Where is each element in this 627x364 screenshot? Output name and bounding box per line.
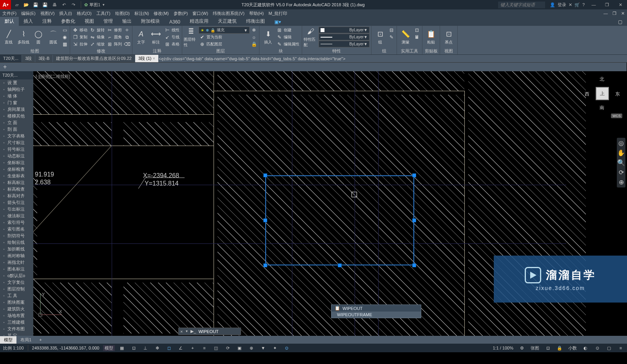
sb-scale[interactable]: 比例 1:100: [2, 345, 25, 351]
signin-label[interactable]: 登录: [558, 2, 566, 8]
text-button[interactable]: A文字: [134, 27, 148, 48]
grip-br[interactable]: [412, 263, 416, 267]
sb-annoscale[interactable]: 1:1 / 100%: [491, 346, 515, 350]
measure-button[interactable]: 📏测量: [399, 27, 413, 48]
otrack-icon[interactable]: ∠: [178, 345, 184, 351]
groupedit-button[interactable]: ✎: [388, 34, 395, 41]
layout-tab-add[interactable]: +: [35, 337, 45, 343]
redo-icon[interactable]: ↷: [70, 1, 77, 8]
fullnav-icon[interactable]: ◎: [618, 139, 624, 147]
group-button[interactable]: ⊡组: [373, 27, 387, 48]
hw-icon[interactable]: ⊙: [594, 345, 600, 351]
cycle-icon[interactable]: ⟳: [225, 345, 231, 351]
trans-icon[interactable]: ◫: [213, 345, 219, 351]
fillet-button[interactable]: ⌐圆角: [106, 34, 123, 41]
menu-window[interactable]: 窗口(W): [190, 11, 210, 16]
side-item-16[interactable]: ◦标高检查: [0, 186, 33, 193]
open-icon[interactable]: 📂: [23, 1, 30, 8]
linetype-dropdown[interactable]: ByLayer ▼: [319, 41, 370, 47]
side-item-14[interactable]: ◦生坐标表: [0, 173, 33, 179]
move-button[interactable]: ✥移动: [72, 27, 88, 34]
side-item-28[interactable]: ◦图名标注: [0, 266, 33, 272]
matchlayer-button[interactable]: ⊕匹配图层: [199, 41, 250, 48]
dwg-tab-0[interactable]: T20天...: [0, 55, 22, 62]
side-item-22[interactable]: ◦索引图名: [0, 226, 33, 232]
tab-tangent[interactable]: 天正建筑: [213, 17, 241, 26]
menu-modify[interactable]: 修改(M): [151, 11, 171, 16]
side-item-23[interactable]: ◦剖切符号: [0, 232, 33, 239]
help-icon[interactable]: ?: [582, 2, 585, 7]
ellipse-button[interactable]: ◉: [61, 34, 68, 41]
tab-weiheng[interactable]: 纬衡出图: [241, 17, 270, 26]
sb-model[interactable]: 模型: [103, 345, 115, 351]
viewcube[interactable]: 北 南 西 东 上 WCS: [585, 76, 620, 111]
workspace-dropdown[interactable]: ✿草图1▼: [81, 1, 108, 8]
side-item-27[interactable]: ◦画指北针: [0, 259, 33, 266]
rotate-button[interactable]: ↻旋转: [89, 27, 105, 34]
side-item-34[interactable]: ◦建筑防火: [0, 306, 33, 312]
side-item-38[interactable]: ◦其 它: [0, 332, 33, 336]
exchange-icon[interactable]: ✕: [569, 2, 572, 7]
layout-tab-layout1[interactable]: 布局1: [16, 336, 35, 344]
side-item-0[interactable]: ◦设 置: [0, 79, 33, 86]
side-item-31[interactable]: ◦图层控制: [0, 286, 33, 292]
cmd-option-wipeoutframe[interactable]: WIPEOUTFRAME: [332, 312, 421, 318]
search-input[interactable]: 键入关键字或短语: [498, 2, 545, 8]
print-icon[interactable]: 🖶: [51, 1, 58, 8]
menu-dim[interactable]: 标注(N): [132, 11, 151, 16]
side-item-24[interactable]: ◦绘制云线: [0, 239, 33, 246]
copy-button[interactable]: ❐复制: [72, 34, 88, 41]
layer-dropdown[interactable]: ☀❄🔒填充▼: [199, 27, 250, 34]
isolate-icon[interactable]: ◐: [582, 345, 589, 351]
side-item-3[interactable]: ◦门 窗: [0, 99, 33, 106]
side-item-21[interactable]: ◦索引符号: [0, 219, 33, 226]
color-dropdown[interactable]: ByLayer ▼: [319, 27, 370, 33]
saveas-icon[interactable]: 💾: [42, 1, 49, 8]
side-item-32[interactable]: ◦工 具: [0, 292, 33, 299]
minimize-button[interactable]: —: [587, 0, 600, 9]
dyn-icon[interactable]: +: [189, 345, 196, 351]
rect-button[interactable]: ▭: [61, 27, 68, 34]
menu-draw[interactable]: 绘图(D): [113, 11, 132, 16]
side-item-19[interactable]: ◦引出标注: [0, 206, 33, 213]
steering-icon[interactable]: ⊕: [619, 178, 624, 186]
tab-default[interactable]: 默认: [0, 17, 19, 26]
dim-button[interactable]: ⟷标注: [149, 27, 163, 48]
side-item-11[interactable]: ◦动态标注: [0, 153, 33, 159]
side-item-36[interactable]: ◦三维建模: [0, 319, 33, 326]
pan-icon[interactable]: ✋: [617, 149, 625, 157]
cart-icon[interactable]: 🛒: [574, 2, 580, 7]
zoom-icon[interactable]: 🔍: [617, 159, 625, 166]
osnap-icon[interactable]: ◻: [166, 345, 172, 351]
side-item-17[interactable]: ◦标高对齐: [0, 193, 33, 199]
ortho-icon[interactable]: ⊥: [142, 345, 149, 351]
annomon-icon[interactable]: ⊙: [283, 345, 290, 351]
table-button[interactable]: ⊞表格: [164, 41, 180, 48]
lock-icon[interactable]: 🔒: [556, 345, 563, 351]
selection-rect[interactable]: [265, 175, 414, 265]
save-icon[interactable]: 💾: [32, 1, 39, 8]
selfilter-icon[interactable]: ▼: [260, 345, 266, 351]
menu-batch[interactable]: M_批打印: [266, 11, 290, 16]
menu-tools[interactable]: 工具(T): [94, 11, 113, 16]
circle-button[interactable]: ◯圆: [31, 27, 45, 48]
dynucs-icon[interactable]: ⊕: [248, 345, 254, 351]
dwg-tab-1[interactable]: 3段: [22, 55, 35, 62]
app-icon[interactable]: A▾: [0, 0, 11, 9]
custom-icon[interactable]: ≡: [618, 345, 624, 351]
layerlock-button[interactable]: 🔒: [250, 41, 257, 48]
ungroup-button[interactable]: ⊟: [388, 27, 395, 34]
menu-file[interactable]: 文件(F): [0, 11, 19, 16]
grip-bl[interactable]: [263, 263, 267, 267]
drawing-canvas[interactable]: [-][俯视][二维线框] 91.919 2.638 X=-2394.268 Y…: [33, 71, 627, 336]
side-item-4[interactable]: ◦房间屋顶: [0, 106, 33, 113]
tab-annotate[interactable]: 注释: [38, 17, 56, 26]
side-item-5[interactable]: ◦楼梯其他: [0, 113, 33, 119]
clean-icon[interactable]: ▢: [606, 345, 612, 351]
side-item-20[interactable]: ◦做法标注: [0, 213, 33, 219]
orbit-icon[interactable]: ⟳: [619, 169, 624, 176]
menu-format[interactable]: 格式(O): [74, 11, 94, 16]
dwg-tab-add[interactable]: +: [0, 63, 627, 71]
arc-button[interactable]: ⌒圆弧: [46, 27, 60, 48]
ribbon-minimize-icon[interactable]: ▢: [613, 18, 627, 26]
